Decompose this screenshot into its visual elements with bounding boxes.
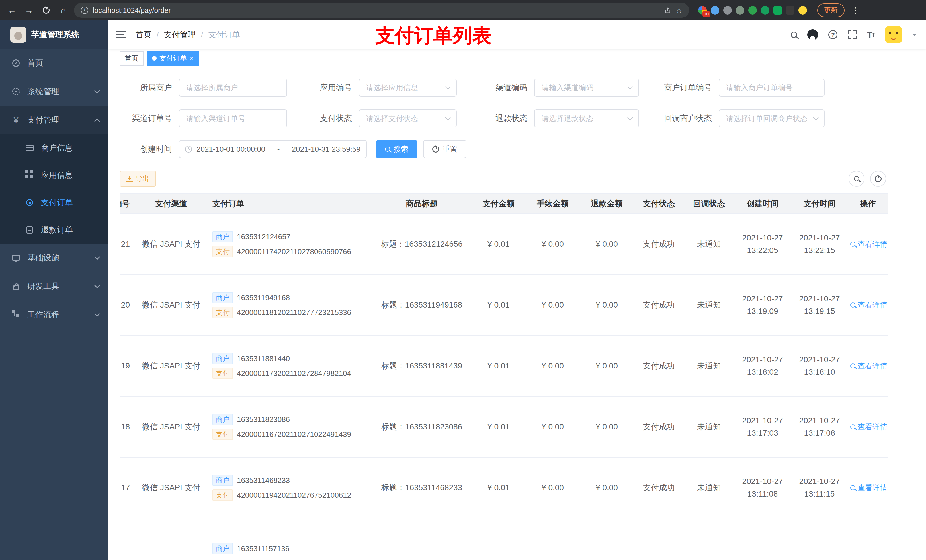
share-icon[interactable] <box>664 6 672 14</box>
cell-amount: ¥ 0.01 <box>472 235 526 253</box>
cell-channel: 微信 JSAPI 支付 <box>136 295 207 315</box>
logo-image <box>10 27 26 43</box>
refresh-icon <box>875 175 882 182</box>
view-detail-link[interactable]: 查看详情 <box>850 422 887 432</box>
cell-pay-order: 商户1635311949168 支付4200001181202110277723… <box>207 284 372 326</box>
channel-order-no-input[interactable] <box>179 109 287 127</box>
site-info-icon[interactable] <box>81 6 88 14</box>
cell-id: 18 <box>120 418 136 436</box>
table-row: 17 微信 JSAPI 支付 商户1635311468233 支付4200001… <box>120 457 888 518</box>
bookmark-star-icon[interactable]: ☆ <box>676 6 682 15</box>
toggle-search-button[interactable] <box>849 171 864 187</box>
cell-title: 标题：1635311468233 <box>372 478 472 498</box>
sidebar-item-refund-order[interactable]: 退款订单 <box>0 216 108 244</box>
channel-code-select[interactable]: 请输入渠道编码 <box>534 78 639 97</box>
address-bar[interactable]: localhost:1024/pay/order ☆ <box>74 3 689 18</box>
sidebar-item-infrastructure[interactable]: 基础设施 <box>0 244 108 272</box>
profile-avatar-icon[interactable] <box>799 6 807 15</box>
chevron-down-icon <box>94 282 100 288</box>
tab-home[interactable]: 首页 <box>120 51 144 66</box>
browser-menu-icon[interactable]: ⋮ <box>851 6 859 15</box>
sidebar-item-home[interactable]: 首页 <box>0 49 108 77</box>
document-icon <box>25 226 34 234</box>
cell-created: 2021-10-2713:17:03 <box>734 410 791 444</box>
github-icon[interactable] <box>807 29 818 40</box>
browser-update-button[interactable]: 更新 <box>817 3 844 17</box>
home-icon[interactable]: ⌂ <box>57 4 70 17</box>
extension-icon[interactable] <box>736 6 744 15</box>
extension-icon[interactable] <box>786 6 794 15</box>
extension-icon[interactable] <box>723 6 732 15</box>
cell-channel: 微信 JSAPI 支付 <box>136 417 207 437</box>
sidebar-item-dev-tools[interactable]: 研发工具 <box>0 272 108 300</box>
cell-refund: ¥ 0.00 <box>580 418 634 436</box>
search-icon[interactable] <box>791 32 797 38</box>
extension-icon[interactable] <box>761 6 769 15</box>
hamburger-icon[interactable] <box>116 31 126 38</box>
app-id-select[interactable]: 请选择应用信息 <box>359 78 457 97</box>
view-detail-link[interactable]: 查看详情 <box>850 483 887 493</box>
filter-label: 回调商户状态 <box>662 113 719 124</box>
cell-notify: 未通知 <box>684 478 734 498</box>
cell-paid: 2021-10-2713:22:15 <box>791 227 848 261</box>
url-text[interactable]: localhost:1024/pay/order <box>93 6 660 15</box>
pay-status-select[interactable]: 请选择支付状态 <box>359 109 457 127</box>
create-time-range-picker[interactable]: 2021-10-01 00:00:00 - 2021-10-31 23:59:5… <box>179 140 367 158</box>
view-detail-link[interactable]: 查看详情 <box>850 239 887 249</box>
chevron-down-icon <box>445 84 451 90</box>
cell-amount: ¥ 0.01 <box>472 418 526 436</box>
extension-icon[interactable]: 10 <box>698 6 707 15</box>
cell-refund: ¥ 0.00 <box>580 235 634 253</box>
cell-fee: ¥ 0.00 <box>526 478 580 497</box>
tab-pay-order[interactable]: 支付订单 × <box>147 51 199 66</box>
cell-created: 2021-10-2713:18:02 <box>734 349 791 383</box>
breadcrumb-home[interactable]: 首页 <box>136 29 151 40</box>
extension-icon[interactable] <box>711 6 719 15</box>
extension-icon[interactable] <box>773 6 782 15</box>
sidebar-item-merchant-info[interactable]: 商户信息 <box>0 134 108 162</box>
table-row: 商户1635311157136 <box>120 518 888 560</box>
cell-action: 查看详情 <box>848 296 888 315</box>
merchant-select-input[interactable] <box>179 78 287 97</box>
grid-icon <box>25 174 34 177</box>
refresh-icon[interactable] <box>40 4 52 17</box>
dashboard-icon <box>11 59 21 67</box>
chevron-down-icon <box>94 88 100 94</box>
reset-button[interactable]: 重置 <box>423 140 466 158</box>
cell-id: 19 <box>120 357 136 375</box>
sidebar-logo[interactable]: 芋道管理系统 <box>0 21 108 49</box>
merchant-order-no-input[interactable] <box>719 78 825 97</box>
refund-status-select[interactable]: 请选择退款状态 <box>534 109 639 127</box>
sidebar-item-system[interactable]: 系统管理 <box>0 77 108 106</box>
cell-title: 标题：1635312124656 <box>372 234 472 254</box>
view-detail-link[interactable]: 查看详情 <box>850 300 887 310</box>
sidebar-item-app-info[interactable]: 应用信息 <box>0 162 108 189</box>
view-detail-link[interactable]: 查看详情 <box>850 361 887 371</box>
forward-icon[interactable]: → <box>23 4 35 17</box>
sidebar-item-payment[interactable]: ¥ 支付管理 <box>0 106 108 134</box>
active-dot-icon <box>152 56 157 60</box>
export-button[interactable]: 导出 <box>120 171 156 187</box>
merchant-tag: 商户 <box>212 353 233 364</box>
sidebar-item-pay-order[interactable]: 支付订单 <box>0 189 108 216</box>
cell-action: 查看详情 <box>848 417 888 436</box>
chevron-down-icon <box>94 254 100 260</box>
cell-amount: ¥ 0.01 <box>472 296 526 314</box>
user-avatar[interactable] <box>885 26 902 43</box>
sidebar-item-workflow[interactable]: 工作流程 <box>0 300 108 329</box>
refresh-table-button[interactable] <box>870 171 886 187</box>
notify-status-select[interactable]: 请选择订单回调商户状态 <box>719 109 825 127</box>
merchant-tag: 商户 <box>212 414 233 425</box>
search-button[interactable]: 搜索 <box>376 140 418 158</box>
close-icon[interactable]: × <box>190 55 194 62</box>
breadcrumb-payment[interactable]: 支付管理 <box>164 29 196 40</box>
help-icon[interactable] <box>828 30 837 39</box>
extension-icon[interactable] <box>748 6 757 15</box>
fullscreen-icon[interactable] <box>848 30 857 39</box>
font-size-icon[interactable]: TT <box>867 30 875 39</box>
cell-notify: 未通知 <box>684 295 734 315</box>
cell-refund: ¥ 0.00 <box>580 296 634 314</box>
back-icon[interactable]: ← <box>6 4 18 17</box>
avatar-caret-icon[interactable] <box>912 33 917 38</box>
cell-paid: 2021-10-2713:11:15 <box>791 471 848 505</box>
